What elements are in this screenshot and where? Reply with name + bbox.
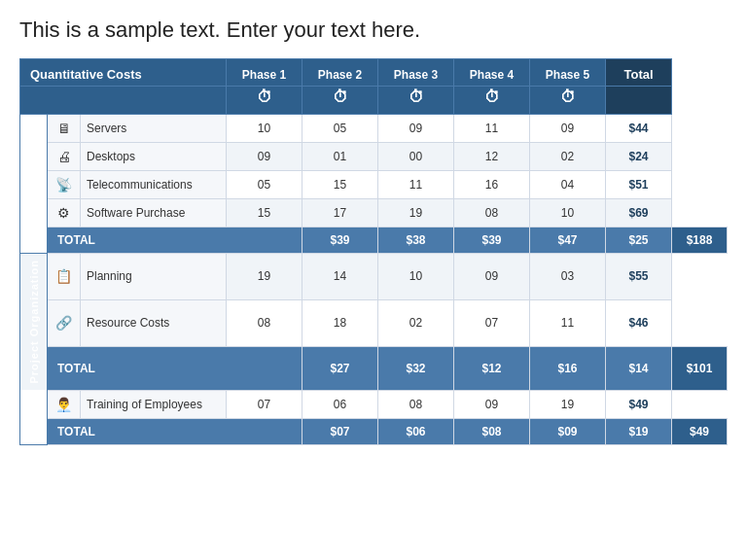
section-total-phase3: $08 — [454, 418, 530, 444]
row-value-phase2: 18 — [302, 299, 378, 346]
phase5-icon: ⏱ — [530, 87, 606, 115]
section-total-row-0: TOTAL$39$38$39$47$25$188 — [20, 228, 728, 254]
section-total-phase2: $38 — [378, 228, 454, 254]
section-total-phase5: $19 — [606, 418, 672, 444]
group-label-0: IT Equipment — [20, 115, 48, 254]
row-value-phase1: 10 — [227, 115, 302, 143]
section-total-phase4: $09 — [530, 418, 606, 444]
row-value-phase5: 19 — [530, 390, 606, 418]
cost-table: Quantitative Costs Phase 1 Phase 2 Phase… — [19, 58, 728, 445]
row-label: Software Purchase — [81, 199, 227, 228]
row-icon: 🖥 — [48, 115, 81, 143]
section-total-label: TOTAL — [48, 346, 302, 390]
row-icon: 🖨 — [48, 143, 81, 171]
row-icon: 👨‍💼 — [48, 390, 81, 418]
phase4-icon: ⏱ — [454, 87, 530, 115]
row-label: Resource Costs — [81, 299, 227, 346]
phase3-icon: ⏱ — [378, 87, 454, 115]
table-row: 🔗Resource Costs0818020711$46 — [20, 299, 728, 346]
header-row-icons: ⏱ ⏱ ⏱ ⏱ ⏱ — [20, 87, 728, 115]
row-label: Servers — [81, 115, 227, 143]
table-row: 🖨Desktops0901001202$24 — [20, 143, 728, 171]
row-label: Desktops — [81, 143, 227, 171]
row-value-phase4: 08 — [454, 199, 530, 228]
section-grand-total: $49 — [672, 418, 728, 444]
row-value-phase5: 09 — [530, 115, 606, 143]
row-icon: ⚙ — [48, 199, 81, 228]
section-total-phase1: $27 — [302, 346, 378, 390]
header-total-icon-empty — [606, 87, 672, 115]
table-row: IT Equipment🖥Servers1005091109$44 — [20, 115, 728, 143]
header-icon-empty — [20, 87, 227, 115]
row-value-phase3: 11 — [378, 171, 454, 199]
phase2-icon: ⏱ — [302, 87, 378, 115]
page-title: This is a sample text. Enter your text h… — [19, 18, 728, 43]
table-row: ⚙Software Purchase1517190810$69 — [20, 199, 728, 228]
section-total-phase1: $39 — [302, 228, 378, 254]
row-value-phase5: 02 — [530, 143, 606, 171]
quant-costs-header: Quantitative Costs — [20, 59, 227, 87]
group-label-1: Project Organization — [20, 254, 48, 391]
row-total: $51 — [606, 171, 672, 199]
row-value-phase4: 11 — [454, 115, 530, 143]
row-value-phase1: 09 — [227, 143, 302, 171]
row-value-phase1: 07 — [227, 390, 302, 418]
row-value-phase4: 16 — [454, 171, 530, 199]
row-total: $24 — [606, 143, 672, 171]
row-icon: 🔗 — [48, 299, 81, 346]
section-total-phase2: $06 — [378, 418, 454, 444]
row-value-phase1: 15 — [227, 199, 302, 228]
phase1-icon: ⏱ — [227, 87, 302, 115]
row-value-phase4: 09 — [454, 254, 530, 300]
row-label: Planning — [81, 254, 227, 300]
section-total-label: TOTAL — [48, 228, 302, 254]
cost-table-wrapper: Quantitative Costs Phase 1 Phase 2 Phase… — [19, 58, 728, 445]
row-total: $49 — [606, 390, 672, 418]
row-total: $44 — [606, 115, 672, 143]
group-label-2: Other — [20, 390, 48, 444]
row-value-phase2: 14 — [302, 254, 378, 300]
table-row: Project Organization📋Planning1914100903$… — [20, 254, 728, 300]
row-value-phase1: 05 — [227, 171, 302, 199]
row-value-phase3: 00 — [378, 143, 454, 171]
section-total-row-2: TOTAL$07$06$08$09$19$49 — [20, 418, 728, 444]
row-total: $69 — [606, 199, 672, 228]
row-label: Telecommunications — [81, 171, 227, 199]
section-total-phase3: $12 — [454, 346, 530, 390]
section-total-phase5: $14 — [606, 346, 672, 390]
header-row-labels: Quantitative Costs Phase 1 Phase 2 Phase… — [20, 59, 728, 87]
table-row: 📡Telecommunications0515111604$51 — [20, 171, 728, 199]
row-value-phase3: 09 — [378, 115, 454, 143]
section-total-label: TOTAL — [48, 418, 302, 444]
section-total-row-1: TOTAL$27$32$12$16$14$101 — [20, 346, 728, 390]
section-total-phase5: $25 — [606, 228, 672, 254]
row-value-phase3: 10 — [378, 254, 454, 300]
phase2-header: Phase 2 — [302, 59, 378, 87]
row-label: Training of Employees — [81, 390, 227, 418]
row-value-phase5: 03 — [530, 254, 606, 300]
row-value-phase5: 11 — [530, 299, 606, 346]
row-value-phase1: 08 — [227, 299, 302, 346]
section-total-phase1: $07 — [302, 418, 378, 444]
phase3-header: Phase 3 — [378, 59, 454, 87]
row-value-phase2: 17 — [302, 199, 378, 228]
table-row: Other👨‍💼Training of Employees0706080919$… — [20, 390, 728, 418]
section-grand-total: $188 — [672, 228, 728, 254]
phase5-header: Phase 5 — [530, 59, 606, 87]
section-total-phase3: $39 — [454, 228, 530, 254]
row-value-phase2: 01 — [302, 143, 378, 171]
section-total-phase2: $32 — [378, 346, 454, 390]
row-value-phase3: 02 — [378, 299, 454, 346]
row-value-phase5: 04 — [530, 171, 606, 199]
row-icon: 📡 — [48, 171, 81, 199]
row-value-phase1: 19 — [227, 254, 302, 300]
phase4-header: Phase 4 — [454, 59, 530, 87]
row-value-phase4: 12 — [454, 143, 530, 171]
total-header: Total — [606, 59, 672, 87]
row-value-phase2: 05 — [302, 115, 378, 143]
row-value-phase4: 09 — [454, 390, 530, 418]
section-grand-total: $101 — [672, 346, 728, 390]
section-total-phase4: $16 — [530, 346, 606, 390]
row-value-phase3: 08 — [378, 390, 454, 418]
phase1-header: Phase 1 — [227, 59, 302, 87]
